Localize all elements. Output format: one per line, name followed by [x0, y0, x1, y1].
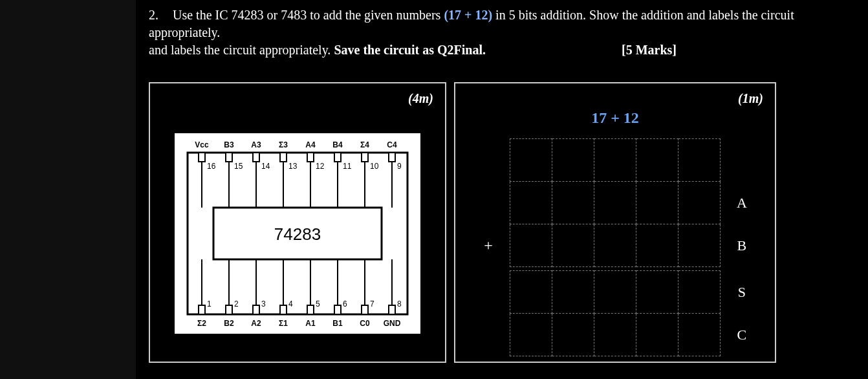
svg-rect-12	[253, 153, 259, 162]
question-text: 2.Use the IC 74283 or 7483 to add the gi…	[149, 6, 842, 59]
ic-svg: 74283 Vcc 16 B3	[175, 133, 420, 334]
content-area: 2.Use the IC 74283 or 7483 to add the gi…	[149, 6, 842, 363]
svg-text:14: 14	[261, 162, 270, 171]
svg-rect-48	[280, 305, 287, 314]
svg-rect-32	[389, 153, 395, 162]
svg-rect-44	[253, 305, 259, 314]
row-label-s: S	[720, 271, 763, 314]
table-row: + B	[467, 224, 763, 267]
question-line2-prefix: and labels the circuit appropriately.	[149, 43, 334, 57]
svg-rect-28	[362, 153, 368, 162]
svg-text:B3: B3	[224, 140, 234, 149]
svg-rect-56	[334, 305, 341, 314]
svg-text:A2: A2	[251, 319, 261, 328]
table-row: A	[467, 182, 763, 224]
svg-rect-60	[362, 305, 368, 314]
svg-text:Vcc: Vcc	[195, 140, 209, 149]
panel-addition: (1m) 17 + 12 A + B	[454, 82, 776, 363]
svg-text:Σ2: Σ2	[197, 319, 206, 328]
left-margin	[0, 0, 136, 379]
svg-text:3: 3	[261, 299, 266, 309]
svg-text:9: 9	[397, 162, 402, 171]
svg-rect-36	[199, 305, 205, 314]
svg-text:11: 11	[343, 162, 352, 171]
svg-text:Σ4: Σ4	[360, 140, 369, 149]
svg-text:B2: B2	[224, 319, 234, 328]
question-bold-tail: Save the circuit as Q2Final.	[334, 43, 486, 57]
svg-text:6: 6	[343, 299, 347, 309]
panel-ic-diagram: (4m) 74283 V	[149, 82, 446, 363]
svg-text:1: 1	[207, 299, 212, 309]
svg-text:15: 15	[234, 162, 243, 171]
svg-text:16: 16	[207, 162, 216, 171]
panels-row: (4m) 74283 V	[149, 82, 842, 363]
table-row: S	[467, 271, 763, 314]
table-row: C	[467, 314, 763, 356]
svg-text:10: 10	[370, 162, 379, 171]
svg-text:Σ3: Σ3	[279, 140, 288, 149]
svg-rect-8	[226, 153, 232, 162]
svg-rect-4	[199, 153, 205, 162]
svg-rect-24	[334, 153, 341, 162]
question-accent: (17 + 12)	[444, 8, 492, 22]
svg-text:A3: A3	[251, 140, 261, 149]
question-marks: [5 Marks]	[622, 43, 677, 57]
addition-title: 17 + 12	[467, 109, 763, 127]
svg-text:12: 12	[316, 162, 325, 171]
panel-left-marks: (4m)	[408, 91, 433, 106]
svg-text:8: 8	[397, 299, 402, 309]
svg-rect-20	[307, 153, 314, 162]
svg-text:4: 4	[288, 299, 293, 309]
panel-right-marks: (1m)	[738, 91, 763, 106]
table-row	[467, 139, 763, 182]
row-label-c: C	[720, 314, 763, 356]
addition-table: A + B S C	[467, 138, 763, 356]
svg-text:C4: C4	[387, 140, 397, 149]
plus-sign: +	[467, 224, 510, 267]
svg-rect-52	[307, 305, 314, 314]
svg-rect-64	[389, 305, 395, 314]
svg-text:C0: C0	[360, 319, 370, 328]
row-label-a: A	[720, 182, 763, 224]
chip-name-text: 74283	[274, 224, 321, 244]
svg-text:Σ1: Σ1	[279, 319, 288, 328]
svg-text:13: 13	[288, 162, 298, 171]
svg-text:5: 5	[316, 299, 320, 309]
question-part-a: Use the IC 74283 or 7483 to add the give…	[173, 8, 444, 22]
svg-text:B4: B4	[332, 140, 343, 149]
question-number: 2.	[149, 8, 158, 22]
ic-diagram: 74283 Vcc 16 B3	[175, 133, 420, 334]
svg-text:GND: GND	[384, 319, 401, 328]
row-label-b: B	[720, 224, 763, 267]
svg-text:7: 7	[370, 299, 374, 309]
svg-text:A1: A1	[305, 319, 316, 328]
svg-rect-16	[280, 153, 287, 162]
page: 2.Use the IC 74283 or 7483 to add the gi…	[0, 0, 868, 379]
svg-text:2: 2	[234, 299, 239, 309]
svg-text:B1: B1	[332, 319, 343, 328]
svg-rect-40	[226, 305, 232, 314]
svg-text:A4: A4	[305, 140, 316, 149]
